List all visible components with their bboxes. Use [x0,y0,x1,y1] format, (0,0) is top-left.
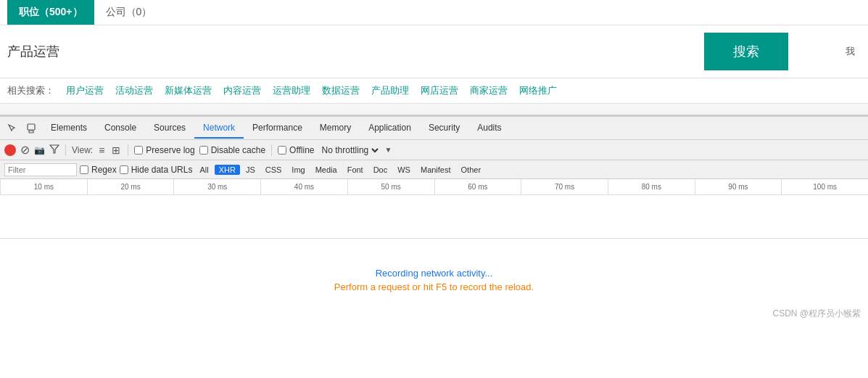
disable-cache-checkbox-group[interactable]: Disable cache [199,145,265,155]
svg-rect-0 [28,124,35,130]
toolbar-separator [65,144,66,156]
filter-chip-ws[interactable]: WS [393,165,415,175]
filter-input[interactable] [4,163,77,176]
tab-sources[interactable]: Sources [145,118,194,139]
offline-label: Offline [289,145,314,155]
related-link-7[interactable]: 网店运营 [421,84,458,97]
ruler-tick-2: 30 ms [173,179,260,194]
search-input-container [0,41,704,62]
related-link-9[interactable]: 网络推广 [519,84,557,97]
view-label: View: [72,145,93,155]
regex-checkbox-group[interactable]: Regex [80,165,117,175]
network-toolbar: ⊘ 📷 View: ≡ ⊞ Preserve log Disable cache… [0,140,868,160]
tab-memory[interactable]: Memory [311,118,360,139]
svg-marker-2 [50,145,59,153]
ruler-tick-3: 40 ms [260,179,347,194]
search-input[interactable] [7,41,704,62]
offline-checkbox-group[interactable]: Offline [278,145,314,155]
related-link-5[interactable]: 数据运营 [322,84,360,97]
preserve-log-checkbox-group[interactable]: Preserve log [134,145,194,155]
grouped-view-icon[interactable]: ⊞ [112,144,120,156]
filter-chip-js[interactable]: JS [241,165,260,175]
filter-chip-img[interactable]: Img [287,165,309,175]
devtools-panel: Elements Console Sources Network Perform… [0,115,868,239]
watermark: CSDN @程序员小猴紫 [772,308,861,320]
filter-row: Regex Hide data URLs All XHR JS CSS Img … [0,160,868,179]
hide-data-urls-checkbox-group[interactable]: Hide data URLs [120,165,193,175]
recording-text: Recording network activity... [376,268,493,279]
toolbar-separator-3 [271,144,272,156]
tab-audits[interactable]: Audits [468,118,510,139]
tab-elements[interactable]: Elements [42,118,96,139]
filter-chip-other[interactable]: Other [457,165,486,175]
hide-data-urls-label: Hide data URLs [131,165,193,175]
ruler-tick-4: 50 ms [347,179,434,194]
throttle-dropdown-arrow[interactable]: ▼ [385,146,392,154]
tab-security[interactable]: Security [420,118,468,139]
toolbar-separator-2 [128,144,128,156]
tab-application[interactable]: Application [360,118,420,139]
related-link-8[interactable]: 商家运营 [470,84,508,97]
filter-chip-all[interactable]: All [195,165,212,175]
ruler-tick-9: 100 ms [781,179,868,194]
reload-text: Perform a request or hit F5 to record th… [334,282,534,292]
related-link-6[interactable]: 产品助理 [371,84,409,97]
regex-label: Regex [91,165,117,175]
hide-data-urls-checkbox[interactable] [120,165,128,174]
tab-console[interactable]: Console [96,118,145,139]
timeline-ruler: 10 ms 20 ms 30 ms 40 ms 50 ms 60 ms 70 m… [0,179,868,195]
list-view-icon[interactable]: ≡ [99,144,104,156]
related-label: 相关搜索： [7,84,54,97]
tab-company[interactable]: 公司（0） [94,0,164,25]
network-empty-state: Recording network activity... Perform a … [0,239,868,321]
devtools-tabs-row: Elements Console Sources Network Perform… [0,117,868,140]
tab-performance[interactable]: Performance [244,118,311,139]
related-link-1[interactable]: 活动运营 [115,84,153,97]
offline-checkbox[interactable] [278,146,286,155]
user-avatar: 我 [832,45,868,58]
regex-checkbox[interactable] [80,165,88,174]
filter-button[interactable] [49,144,59,156]
disable-cache-checkbox[interactable] [199,146,208,155]
filter-chips: All XHR JS CSS Img Media Font Doc WS Man… [195,165,485,175]
ruler-tick-7: 80 ms [608,179,695,194]
inspect-icon[interactable] [4,120,20,136]
filter-chip-manifest[interactable]: Manifest [416,165,455,175]
device-toolbar-icon[interactable] [23,120,39,136]
bottom-area: Recording network activity... Perform a … [0,239,868,326]
related-link-2[interactable]: 新媒体运营 [165,84,212,97]
ruler-tick-1: 20 ms [87,179,174,194]
related-link-4[interactable]: 运营助理 [273,84,310,97]
svg-rect-1 [29,131,33,133]
record-button[interactable] [4,144,16,156]
disable-cache-label: Disable cache [211,145,265,155]
screenshot-button[interactable]: 📷 [34,145,45,155]
ruler-tick-6: 70 ms [521,179,608,194]
related-searches: 相关搜索： 用户运营 活动运营 新媒体运营 内容运营 运营助理 数据运营 产品助… [0,78,868,104]
preserve-log-checkbox[interactable] [134,146,143,155]
related-link-3[interactable]: 内容运营 [223,84,261,97]
throttle-select[interactable]: No throttling [319,144,381,156]
ruler-tick-8: 90 ms [695,179,782,194]
preserve-log-label: Preserve log [146,145,194,155]
filter-chip-font[interactable]: Font [343,165,368,175]
filter-chip-media[interactable]: Media [311,165,342,175]
tab-job[interactable]: 职位（500+） [7,0,94,25]
ruler-tick-0: 10 ms [0,179,87,194]
network-content [0,195,868,239]
tab-network[interactable]: Network [194,118,244,139]
search-button[interactable]: 搜索 [704,33,788,70]
filter-chip-doc[interactable]: Doc [369,165,392,175]
filter-chip-css[interactable]: CSS [261,165,286,175]
related-link-0[interactable]: 用户运营 [66,84,104,97]
stop-button[interactable]: ⊘ [20,144,30,156]
filter-chip-xhr[interactable]: XHR [215,165,240,175]
search-row: 搜索 我 [0,25,868,78]
top-tabs: 职位（500+） 公司（0） [0,0,868,25]
ruler-tick-5: 60 ms [434,179,521,194]
spacer [0,104,868,115]
